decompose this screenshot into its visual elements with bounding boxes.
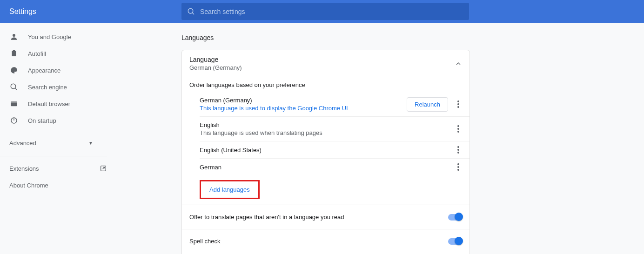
language-note: This language is used to display the Goo… xyxy=(200,105,407,112)
sidebar-item-you-and-google[interactable]: You and Google xyxy=(0,28,116,45)
language-name: English xyxy=(200,121,455,128)
divider xyxy=(0,156,107,156)
language-card-header[interactable]: Language German (Germany) xyxy=(182,50,470,77)
search-input[interactable] xyxy=(200,8,463,15)
sidebar-item-label: Autofill xyxy=(28,50,46,57)
section-title: Languages xyxy=(181,34,644,41)
sidebar-item-default-browser[interactable]: Default browser xyxy=(0,95,116,112)
language-name: German (Germany) xyxy=(200,97,407,104)
language-row: German xyxy=(200,159,470,175)
header: Settings xyxy=(0,0,644,23)
sidebar-item-appearance[interactable]: Appearance xyxy=(0,62,116,79)
svg-point-19 xyxy=(457,149,459,151)
spellcheck-setting-row: Spell check xyxy=(182,229,470,253)
spellcheck-label: Spell check xyxy=(189,238,220,245)
svg-point-15 xyxy=(457,125,459,127)
sidebar: You and Google Autofill Appearance Searc… xyxy=(0,23,116,254)
sidebar-item-label: You and Google xyxy=(28,33,71,40)
person-icon xyxy=(9,33,19,41)
sidebar-advanced[interactable]: Advanced ▼ xyxy=(0,134,116,152)
svg-point-17 xyxy=(457,131,459,133)
svg-point-22 xyxy=(457,166,459,168)
extensions-label: Extensions xyxy=(9,165,39,172)
content: Languages Language German (Germany) Orde… xyxy=(116,23,644,254)
language-title: Language xyxy=(189,56,242,63)
sidebar-item-label: On startup xyxy=(28,117,56,124)
more-icon[interactable] xyxy=(455,125,462,133)
language-card: Language German (Germany) Order language… xyxy=(181,50,470,254)
svg-point-0 xyxy=(188,8,193,13)
search-bar[interactable] xyxy=(181,3,469,20)
language-note: This language is used when translating p… xyxy=(200,129,455,136)
svg-point-2 xyxy=(13,34,15,37)
order-text: Order languages based on your preference xyxy=(182,81,470,92)
language-list: German (Germany) This language is used t… xyxy=(182,92,470,175)
svg-point-23 xyxy=(457,169,459,171)
clipboard-icon xyxy=(9,49,19,58)
svg-point-20 xyxy=(457,152,459,154)
svg-line-1 xyxy=(192,13,194,14)
more-icon[interactable] xyxy=(455,100,462,108)
language-subtitle: German (Germany) xyxy=(189,64,242,71)
power-icon xyxy=(9,116,19,125)
more-icon[interactable] xyxy=(455,163,462,171)
translate-toggle[interactable] xyxy=(448,214,462,221)
sidebar-item-label: Default browser xyxy=(28,100,70,107)
language-name: German xyxy=(200,164,455,171)
open-external-icon xyxy=(100,165,107,172)
relaunch-button[interactable]: Relaunch xyxy=(407,97,448,112)
svg-point-5 xyxy=(11,84,16,89)
chevron-down-icon: ▼ xyxy=(88,140,93,146)
svg-point-13 xyxy=(457,103,459,105)
svg-point-21 xyxy=(457,163,459,165)
svg-point-14 xyxy=(457,106,459,108)
language-row: English This language is used when trans… xyxy=(200,117,470,141)
sidebar-item-search-engine[interactable]: Search engine xyxy=(0,79,116,95)
svg-rect-3 xyxy=(12,51,16,56)
chevron-up-icon xyxy=(455,60,462,67)
svg-point-12 xyxy=(457,100,459,102)
sidebar-about-chrome[interactable]: About Chrome xyxy=(0,177,116,194)
palette-icon xyxy=(9,66,19,74)
advanced-label: Advanced xyxy=(9,140,36,147)
sidebar-extensions[interactable]: Extensions xyxy=(0,160,116,177)
search-icon xyxy=(9,83,19,91)
svg-point-18 xyxy=(457,146,459,148)
translate-label: Offer to translate pages that aren't in … xyxy=(189,214,344,221)
translate-setting-row: Offer to translate pages that aren't in … xyxy=(182,205,470,229)
sidebar-item-label: Appearance xyxy=(28,67,60,74)
sidebar-item-autofill[interactable]: Autofill xyxy=(0,45,116,62)
more-icon[interactable] xyxy=(455,146,462,154)
add-languages-button[interactable]: Add languages xyxy=(200,180,260,199)
spellcheck-toggle[interactable] xyxy=(448,238,462,245)
page-title: Settings xyxy=(9,7,36,16)
about-label: About Chrome xyxy=(9,182,48,189)
svg-rect-4 xyxy=(13,50,15,52)
search-icon xyxy=(187,7,195,16)
language-row: English (United States) xyxy=(200,141,470,159)
language-row: German (Germany) This language is used t… xyxy=(200,92,470,117)
svg-line-6 xyxy=(15,88,17,90)
svg-point-16 xyxy=(457,128,459,130)
svg-rect-8 xyxy=(11,101,17,103)
browser-icon xyxy=(9,100,19,108)
sidebar-item-on-startup[interactable]: On startup xyxy=(0,112,116,129)
language-name: English (United States) xyxy=(200,147,455,154)
sidebar-item-label: Search engine xyxy=(28,84,67,91)
